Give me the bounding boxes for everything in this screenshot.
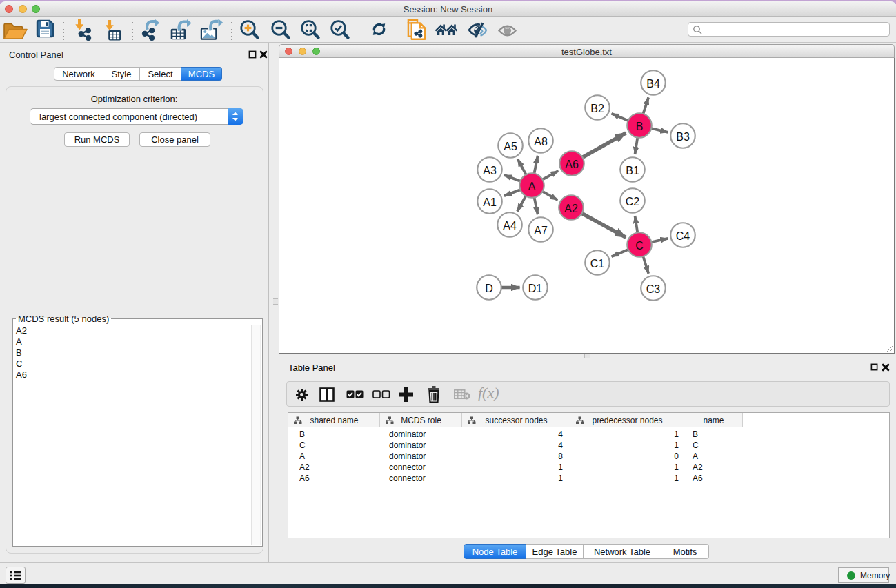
- svg-text:A1: A1: [483, 196, 497, 208]
- svg-text:C: C: [635, 240, 644, 252]
- svg-text:D1: D1: [528, 283, 543, 294]
- svg-text:A7: A7: [534, 225, 548, 236]
- svg-text:C3: C3: [646, 283, 661, 295]
- svg-text:A2: A2: [564, 203, 578, 214]
- svg-text:B3: B3: [676, 131, 690, 143]
- svg-text:C1: C1: [590, 258, 605, 270]
- svg-text:A8: A8: [534, 136, 548, 148]
- svg-text:B1: B1: [626, 165, 639, 176]
- svg-text:A6: A6: [565, 159, 579, 170]
- svg-text:C2: C2: [626, 196, 640, 207]
- svg-text:B4: B4: [646, 78, 660, 90]
- svg-text:B2: B2: [590, 103, 604, 114]
- svg-text:A4: A4: [503, 220, 517, 232]
- svg-text:A: A: [528, 181, 536, 192]
- svg-text:A3: A3: [483, 165, 497, 176]
- svg-text:D: D: [485, 283, 493, 294]
- svg-text:B: B: [636, 121, 644, 132]
- svg-text:A5: A5: [504, 141, 517, 152]
- svg-text:C4: C4: [676, 230, 690, 242]
